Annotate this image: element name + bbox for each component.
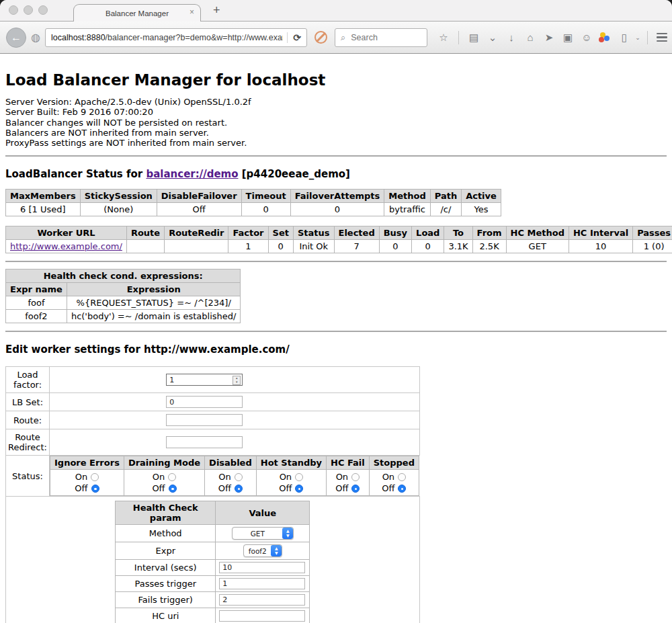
param-label: Passes trigger bbox=[116, 576, 216, 592]
forum-icon[interactable]: ☺ bbox=[577, 32, 596, 43]
column-header: Ignore Errors bbox=[50, 456, 124, 470]
table-cell: 1 bbox=[228, 240, 268, 253]
expr-select[interactable]: foof2▲▼ bbox=[243, 544, 282, 557]
field-value-cell bbox=[50, 393, 420, 411]
account-icon[interactable] bbox=[596, 32, 615, 44]
overflow-caret-icon[interactable]: ⌄ bbox=[634, 34, 642, 41]
radio-on[interactable] bbox=[398, 473, 406, 481]
adblock-disabled-icon[interactable] bbox=[314, 31, 327, 44]
radio-off[interactable] bbox=[351, 485, 360, 493]
column-header: Path bbox=[430, 190, 461, 203]
bookmark-star-icon[interactable]: ☆ bbox=[434, 32, 453, 44]
info-line: Balancer changes will NOT be persisted o… bbox=[5, 118, 667, 128]
toolbar-separator bbox=[647, 31, 648, 44]
column-header: HC Interval bbox=[569, 226, 632, 240]
pocket-icon[interactable]: ⌄ bbox=[483, 32, 502, 44]
lb-set-input[interactable] bbox=[166, 396, 243, 408]
url-path: /balancer-manager?b=demo&w=http://www.ex… bbox=[106, 33, 284, 42]
param-label: Method bbox=[116, 525, 216, 542]
balancer-status-heading: LoadBalancer Status for balancer://demo … bbox=[5, 168, 667, 180]
param-value-cell: GET▲▼ bbox=[216, 525, 310, 542]
balancer-link[interactable]: balancer://demo bbox=[146, 168, 238, 180]
column-header: Hot Standby bbox=[256, 456, 326, 470]
param-label: Expr bbox=[116, 542, 216, 560]
divider bbox=[5, 331, 667, 332]
table-row: foof %{REQUEST_STATUS} =~ /^[234]/ bbox=[6, 296, 241, 310]
radio-on[interactable] bbox=[168, 473, 176, 481]
param-label: HC uri bbox=[116, 608, 216, 623]
number-stepper-icon[interactable]: ▴▾ bbox=[233, 376, 241, 385]
table-cell: GET bbox=[506, 240, 569, 253]
table-header-row: Health check cond. expressions: bbox=[6, 269, 241, 283]
url-bar[interactable]: localhost:8880/balancer-manager?b=demo&w… bbox=[45, 28, 307, 47]
table-row: foof2 hc('body') =~ /domain is establish… bbox=[6, 310, 241, 323]
worker-url-link[interactable]: http://www.example.com/ bbox=[10, 241, 122, 251]
method-select[interactable]: GET▲▼ bbox=[232, 527, 294, 540]
radio-off[interactable] bbox=[398, 485, 406, 493]
back-button[interactable]: ← bbox=[6, 28, 26, 48]
download-icon[interactable]: ↓ bbox=[502, 32, 521, 43]
reload-icon[interactable]: ⟳ bbox=[287, 32, 301, 43]
tab-bar: Balancer Manager × + bbox=[0, 0, 672, 22]
passes-input[interactable] bbox=[219, 578, 305, 589]
server-built: Server Built: Feb 9 2016 07:00:20 bbox=[5, 107, 667, 117]
new-tab-button[interactable]: + bbox=[213, 3, 220, 17]
radio-on[interactable] bbox=[295, 473, 303, 481]
fails-input[interactable] bbox=[219, 594, 305, 606]
radio-off[interactable] bbox=[295, 485, 303, 493]
table-cell: Init Ok bbox=[293, 240, 334, 253]
hc-row-passes: Passes trigger bbox=[116, 576, 310, 592]
interval-input[interactable] bbox=[219, 562, 305, 573]
column-header: From bbox=[472, 226, 506, 240]
table-row: 6 [1 Used] (None) Off 0 0 bytraffic /c/ … bbox=[6, 203, 501, 216]
param-value-cell: foof2▲▼ bbox=[216, 542, 310, 560]
radio-label: On bbox=[75, 472, 87, 482]
url-text: localhost:8880/balancer-manager?b=demo&w… bbox=[51, 33, 283, 42]
search-bar[interactable]: ⌕ bbox=[335, 28, 427, 47]
search-input[interactable] bbox=[349, 32, 409, 43]
minimize-window-button[interactable] bbox=[24, 5, 33, 15]
radio-on[interactable] bbox=[351, 473, 360, 481]
sidebar-icon[interactable]: ▯ bbox=[615, 32, 634, 44]
column-header: Factor bbox=[228, 226, 268, 240]
form-row-hc-params: Health Check param Value Method GET▲▼ Ex… bbox=[6, 497, 420, 623]
column-header: Elected bbox=[334, 226, 379, 240]
column-header: Passes bbox=[633, 226, 672, 240]
zoom-window-button[interactable] bbox=[38, 5, 48, 15]
radio-on[interactable] bbox=[235, 473, 243, 481]
column-header: Timeout bbox=[241, 190, 290, 203]
tab-balancer-manager[interactable]: Balancer Manager × bbox=[73, 4, 201, 22]
tab-close-icon[interactable]: × bbox=[190, 8, 194, 16]
column-header: Active bbox=[462, 190, 501, 203]
expr-name-cell: foof2 bbox=[6, 310, 67, 323]
balancer-status-table: MaxMembers StickySession DisableFailover… bbox=[5, 189, 501, 216]
field-value-cell bbox=[50, 429, 420, 456]
column-header: Set bbox=[268, 226, 293, 240]
field-label: Route Redirect: bbox=[6, 429, 50, 456]
home-icon[interactable]: ⌂ bbox=[521, 32, 540, 43]
reading-list-icon[interactable]: ▤ bbox=[464, 32, 483, 44]
divider bbox=[5, 261, 667, 262]
send-icon[interactable]: ➤ bbox=[540, 32, 558, 44]
load-factor-input[interactable] bbox=[166, 374, 243, 386]
table-cell: 2.5K bbox=[472, 240, 506, 253]
hc-uri-input[interactable] bbox=[219, 610, 305, 622]
status-table: Ignore Errors Draining Mode Disabled Hot… bbox=[50, 456, 419, 496]
radio-off[interactable] bbox=[91, 485, 99, 493]
table-cell: 10 bbox=[569, 240, 632, 253]
field-value-cell bbox=[50, 411, 420, 429]
expression-cell: %{REQUEST_STATUS} =~ /^[234]/ bbox=[67, 296, 241, 310]
column-header: Value bbox=[216, 501, 310, 525]
close-window-button[interactable] bbox=[9, 5, 18, 15]
hc-expressions-table: Health check cond. expressions: Expr nam… bbox=[5, 269, 241, 323]
radio-off[interactable] bbox=[235, 485, 243, 493]
field-value-cell: ▴▾ bbox=[50, 367, 420, 393]
radio-off[interactable] bbox=[169, 485, 177, 493]
radio-on[interactable] bbox=[91, 473, 99, 481]
screenshot-icon[interactable]: ▣ bbox=[558, 32, 577, 44]
param-label: Interval (secs) bbox=[116, 560, 216, 576]
route-redirect-input[interactable] bbox=[166, 436, 243, 448]
route-input[interactable] bbox=[166, 414, 243, 426]
info-line: Balancers are NOT inherited from main se… bbox=[5, 128, 667, 138]
menu-icon[interactable] bbox=[653, 33, 671, 42]
